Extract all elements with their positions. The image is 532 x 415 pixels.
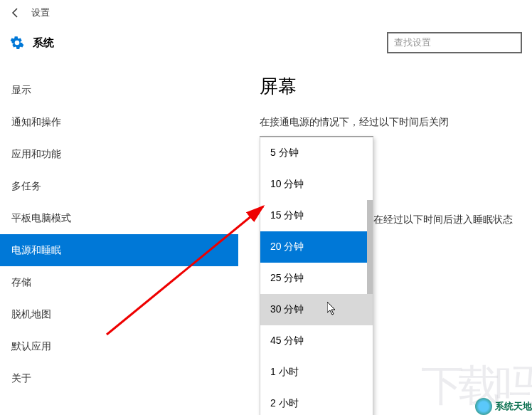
watermark-text: 系统天地: [495, 400, 532, 413]
dropdown-option-30min[interactable]: 30 分钟: [260, 294, 373, 325]
header: 系统 查找设置: [0, 26, 532, 60]
sidebar-item-offline-maps[interactable]: 脱机地图: [0, 298, 238, 330]
back-button[interactable]: [6, 3, 26, 23]
content: 显示 通知和操作 应用和功能 多任务 平板电脑模式 电源和睡眠 存储 脱机地图 …: [0, 60, 532, 415]
sidebar-item-apps[interactable]: 应用和功能: [0, 138, 238, 170]
sidebar: 显示 通知和操作 应用和功能 多任务 平板电脑模式 电源和睡眠 存储 脱机地图 …: [0, 60, 238, 415]
dropdown-option-2hr[interactable]: 2 小时: [260, 388, 373, 415]
dropdown-option-1hr[interactable]: 1 小时: [260, 357, 373, 388]
search-input[interactable]: 查找设置: [387, 32, 522, 53]
sidebar-item-display[interactable]: 显示: [0, 74, 238, 106]
window-title: 设置: [31, 6, 50, 19]
sidebar-item-default-apps[interactable]: 默认应用: [0, 330, 238, 362]
sidebar-item-tablet[interactable]: 平板电脑模式: [0, 202, 238, 234]
sidebar-item-storage[interactable]: 存储: [0, 266, 238, 298]
sidebar-item-power-sleep[interactable]: 电源和睡眠: [0, 234, 238, 266]
search-placeholder: 查找设置: [394, 36, 431, 49]
arrow-left-icon: [10, 7, 21, 19]
gear-icon: [10, 36, 24, 50]
dropdown-option-10min[interactable]: 10 分钟: [260, 169, 373, 200]
globe-icon: [475, 398, 492, 415]
sleep-label: 在经过以下时间后进入睡眠状态: [373, 214, 513, 226]
watermark: 系统天地: [475, 398, 532, 415]
sidebar-item-notifications[interactable]: 通知和操作: [0, 106, 238, 138]
dropdown-option-15min[interactable]: 15 分钟: [260, 200, 373, 231]
main-panel: 屏幕 在接通电源的情况下，经过以下时间后关闭 15 分钟 ⌄ 5 分钟 10 分…: [238, 60, 532, 415]
dropdown-option-25min[interactable]: 25 分钟: [260, 263, 373, 294]
timeout-dropdown: 5 分钟 10 分钟 15 分钟 20 分钟 25 分钟 30 分钟 45 分钟…: [260, 137, 373, 415]
sidebar-item-about[interactable]: 关于: [0, 362, 238, 394]
dropdown-option-20min[interactable]: 20 分钟: [260, 231, 373, 263]
sidebar-item-multitask[interactable]: 多任务: [0, 170, 238, 202]
dropdown-scrollbar[interactable]: [367, 200, 373, 294]
titlebar: 设置: [0, 0, 532, 26]
screen-off-label: 在接通电源的情况下，经过以下时间后关闭: [260, 116, 532, 129]
page-title: 屏幕: [260, 74, 532, 99]
dropdown-option-45min[interactable]: 45 分钟: [260, 325, 373, 357]
dropdown-option-5min[interactable]: 5 分钟: [260, 137, 373, 169]
header-title: 系统: [33, 36, 54, 50]
